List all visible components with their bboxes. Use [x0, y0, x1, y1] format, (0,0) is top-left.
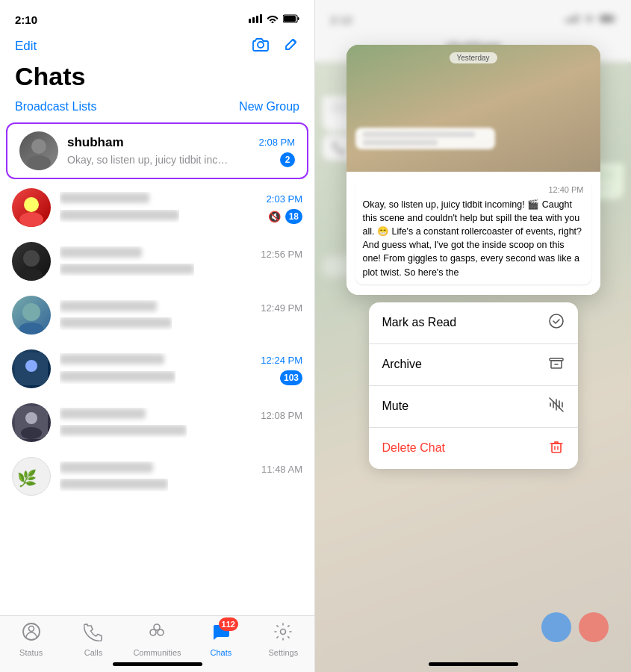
chat-name-3 [60, 246, 142, 261]
chat-name-2 [60, 192, 149, 207]
blurred-name-2 [60, 193, 149, 203]
nav-item-communities[interactable]: Communities [133, 622, 181, 657]
unread-badge-2: 18 [285, 209, 302, 224]
chat-content-7: 11:48 AM [60, 461, 302, 491]
svg-point-15 [22, 303, 40, 321]
svg-text:🌿: 🌿 [17, 469, 37, 488]
context-menu-delete[interactable]: Delete Chat [369, 428, 578, 469]
avatar-6 [12, 403, 51, 442]
chat-top-row-3: 12:56 PM [60, 246, 302, 261]
svg-point-21 [21, 427, 42, 439]
context-menu-mark-read[interactable]: Mark as Read [369, 302, 578, 344]
broadcast-row: Broadcast Lists New Group [0, 97, 314, 121]
chat-content-6: 12:08 PM [60, 408, 302, 438]
chat-bottom-row-2: 🔇 18 [60, 209, 302, 224]
chat-time-shubham: 2:08 PM [259, 137, 295, 148]
avatar-5 [12, 349, 51, 388]
chat-bottom-row-3 [60, 264, 302, 276]
avatar-2 [12, 188, 51, 227]
broadcast-lists-link[interactable]: Broadcast Lists [15, 100, 96, 113]
chat-top-row-4: 12:49 PM [60, 300, 302, 315]
chat-time-4: 12:49 PM [261, 302, 302, 314]
left-status-time: 2:10 [15, 13, 37, 26]
left-panel: 2:10 Edit Chats Broadcast Lists [0, 0, 315, 672]
chat-time-3: 12:56 PM [261, 249, 302, 260]
chat-item-3[interactable]: 12:56 PM [0, 234, 314, 288]
header-actions: Edit [0, 33, 314, 60]
preview-bg: Yesterday [346, 45, 600, 172]
chat-name-4 [60, 300, 157, 315]
svg-rect-6 [298, 17, 299, 20]
mute-label: Mute [382, 399, 409, 413]
nav-label-settings: Settings [268, 648, 298, 657]
chat-name-5 [60, 353, 164, 368]
chat-badges-2: 🔇 18 [268, 209, 302, 224]
decorative-blobs [541, 612, 609, 642]
signal-icon [249, 14, 262, 25]
preview-card: Yesterday 12:40 PM Okay, so listen up, j… [346, 45, 600, 295]
mark-read-label: Mark as Read [382, 316, 457, 329]
chat-content-3: 12:56 PM [60, 246, 302, 276]
nav-label-communities: Communities [133, 648, 181, 657]
chat-item-shubham[interactable]: shubham 2:08 PM Okay, so listen up, juic… [6, 122, 308, 179]
chat-preview-6 [60, 425, 187, 438]
chat-bottom-row-6 [60, 425, 302, 438]
nav-item-settings[interactable]: Settings [261, 622, 305, 657]
chat-item-5[interactable]: 12:24 PM 103 [0, 342, 314, 396]
chat-name-6 [60, 408, 146, 423]
chat-item-6[interactable]: 12:08 PM [0, 396, 314, 449]
chat-time-5: 12:24 PM [261, 355, 302, 366]
unread-badge-5: 103 [280, 370, 302, 385]
preview-main-bubble: 12:40 PM Okay, so listen up, juicy tidbi… [355, 179, 591, 284]
preview-day-label: Yesterday [449, 52, 497, 63]
svg-rect-40 [552, 444, 561, 452]
compose-icon[interactable] [283, 36, 299, 56]
nav-item-calls[interactable]: Calls [71, 622, 116, 657]
header-right-icons [252, 36, 299, 56]
chat-preview-4 [60, 317, 172, 330]
chat-badges-5: 103 [280, 370, 302, 385]
avatar-shubham [19, 131, 58, 170]
context-menu: Mark as Read Archive Mute Delete Chat [369, 302, 578, 469]
chat-item-4[interactable]: 12:49 PM [0, 288, 314, 342]
camera-icon[interactable] [252, 37, 270, 55]
chat-content-shubham: shubham 2:08 PM Okay, so listen up, juic… [67, 135, 295, 167]
context-menu-archive[interactable]: Archive [369, 344, 578, 386]
chat-top-row-shubham: shubham 2:08 PM [67, 135, 295, 150]
svg-point-14 [20, 269, 43, 281]
left-home-indicator [113, 662, 202, 666]
edit-button[interactable]: Edit [15, 39, 37, 54]
chat-time-6: 12:08 PM [261, 410, 302, 421]
svg-point-20 [25, 412, 37, 424]
delete-icon [548, 438, 565, 458]
mute-icon-2: 🔇 [268, 211, 281, 223]
nav-item-status[interactable]: Status [9, 622, 54, 657]
mute-icon-menu [548, 396, 565, 417]
chat-content-4: 12:49 PM [60, 300, 302, 330]
preview-msg-1 [355, 128, 495, 149]
svg-point-9 [27, 155, 51, 170]
avatar-4 [12, 296, 51, 335]
chat-item-7[interactable]: 🌿 11:48 AM [0, 449, 314, 503]
delete-label: Delete Chat [382, 441, 446, 455]
blob-red [579, 612, 609, 642]
context-menu-mute[interactable]: Mute [369, 386, 578, 428]
communities-nav-icon [147, 622, 167, 646]
chats-title: Chats [0, 60, 314, 97]
chat-list: shubham 2:08 PM Okay, so listen up, juic… [0, 121, 314, 615]
svg-point-36 [550, 314, 563, 328]
chat-item-2[interactable]: 2:03 PM 🔇 18 [0, 181, 314, 234]
chat-time-7: 11:48 AM [261, 464, 302, 475]
nav-item-chats[interactable]: 112 Chats [199, 622, 243, 657]
left-status-bar: 2:10 [0, 0, 314, 33]
chat-bottom-row-7 [60, 479, 302, 491]
preview-msgs: 12:40 PM Okay, so listen up, juicy tidbi… [346, 172, 600, 295]
svg-rect-0 [249, 19, 251, 23]
chat-name-shubham: shubham [67, 135, 124, 150]
svg-point-24 [28, 626, 34, 632]
svg-point-13 [23, 250, 40, 267]
chat-bottom-row-shubham: Okay, so listen up, juicy tidbit incomin… [67, 152, 295, 167]
new-group-link[interactable]: New Group [239, 100, 299, 113]
chat-top-row-7: 11:48 AM [60, 461, 302, 476]
chat-content-5: 12:24 PM 103 [60, 353, 302, 385]
